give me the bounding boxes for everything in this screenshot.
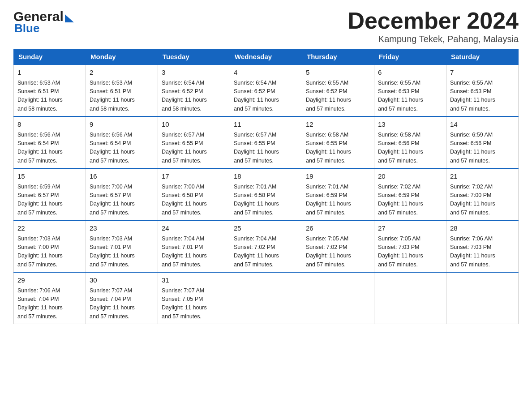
day-info: Sunrise: 6:53 AMSunset: 6:51 PMDaylight:… bbox=[17, 80, 63, 112]
calendar-cell: 10 Sunrise: 6:57 AMSunset: 6:55 PMDaylig… bbox=[158, 116, 230, 168]
logo-arrow-icon bbox=[65, 14, 74, 22]
calendar-header: SundayMondayTuesdayWednesdayThursdayFrid… bbox=[14, 49, 519, 65]
weekday-header-wednesday: Wednesday bbox=[230, 49, 302, 65]
day-number: 13 bbox=[378, 120, 442, 130]
calendar-cell: 13 Sunrise: 6:58 AMSunset: 6:56 PMDaylig… bbox=[374, 116, 446, 168]
calendar-cell: 17 Sunrise: 7:00 AMSunset: 6:58 PMDaylig… bbox=[158, 168, 230, 220]
calendar-cell: 11 Sunrise: 6:57 AMSunset: 6:55 PMDaylig… bbox=[230, 116, 302, 168]
day-number: 14 bbox=[450, 120, 515, 130]
day-number: 3 bbox=[162, 68, 226, 78]
calendar-cell: 27 Sunrise: 7:05 AMSunset: 7:03 PMDaylig… bbox=[374, 220, 446, 272]
location: Kampung Tekek, Pahang, Malaysia bbox=[348, 34, 519, 44]
day-info: Sunrise: 7:00 AMSunset: 6:58 PMDaylight:… bbox=[162, 184, 207, 216]
day-number: 21 bbox=[450, 171, 515, 182]
calendar-cell bbox=[302, 272, 374, 324]
day-info: Sunrise: 6:59 AMSunset: 6:56 PMDaylight:… bbox=[450, 132, 495, 164]
day-number: 10 bbox=[162, 120, 226, 130]
day-info: Sunrise: 7:01 AMSunset: 6:58 PMDaylight:… bbox=[234, 184, 279, 216]
calendar-table: SundayMondayTuesdayWednesdayThursdayFrid… bbox=[13, 49, 519, 324]
calendar-cell: 31 Sunrise: 7:07 AMSunset: 7:05 PMDaylig… bbox=[158, 272, 230, 324]
day-number: 22 bbox=[17, 223, 82, 234]
calendar-cell: 30 Sunrise: 7:07 AMSunset: 7:04 PMDaylig… bbox=[86, 272, 158, 324]
weekday-header-row: SundayMondayTuesdayWednesdayThursdayFrid… bbox=[14, 49, 519, 65]
calendar-cell bbox=[446, 272, 519, 324]
day-number: 27 bbox=[378, 223, 442, 234]
day-info: Sunrise: 6:55 AMSunset: 6:52 PMDaylight:… bbox=[306, 80, 351, 112]
weekday-header-saturday: Saturday bbox=[446, 49, 519, 65]
day-number: 25 bbox=[234, 223, 298, 234]
day-info: Sunrise: 7:00 AMSunset: 6:57 PMDaylight:… bbox=[90, 184, 135, 216]
day-number: 23 bbox=[90, 223, 154, 234]
day-info: Sunrise: 7:07 AMSunset: 7:05 PMDaylight:… bbox=[162, 287, 207, 320]
day-info: Sunrise: 6:53 AMSunset: 6:51 PMDaylight:… bbox=[90, 80, 135, 112]
day-number: 31 bbox=[162, 275, 226, 286]
calendar-cell: 26 Sunrise: 7:05 AMSunset: 7:02 PMDaylig… bbox=[302, 220, 374, 272]
weekday-header-thursday: Thursday bbox=[302, 49, 374, 65]
calendar-cell: 3 Sunrise: 6:54 AMSunset: 6:52 PMDayligh… bbox=[158, 64, 230, 116]
day-number: 20 bbox=[378, 171, 442, 182]
calendar-body: 1 Sunrise: 6:53 AMSunset: 6:51 PMDayligh… bbox=[14, 64, 519, 324]
day-info: Sunrise: 7:03 AMSunset: 7:01 PMDaylight:… bbox=[90, 235, 135, 268]
day-number: 19 bbox=[306, 171, 370, 182]
day-info: Sunrise: 7:04 AMSunset: 7:01 PMDaylight:… bbox=[162, 235, 207, 268]
page-header: General Blue December 2024 Kampung Tekek… bbox=[13, 9, 519, 44]
day-number: 8 bbox=[17, 120, 82, 130]
calendar-cell: 28 Sunrise: 7:06 AMSunset: 7:03 PMDaylig… bbox=[446, 220, 519, 272]
day-info: Sunrise: 7:02 AMSunset: 7:00 PMDaylight:… bbox=[450, 184, 495, 216]
week-row-1: 1 Sunrise: 6:53 AMSunset: 6:51 PMDayligh… bbox=[14, 64, 519, 116]
calendar-cell: 23 Sunrise: 7:03 AMSunset: 7:01 PMDaylig… bbox=[86, 220, 158, 272]
calendar-cell: 18 Sunrise: 7:01 AMSunset: 6:58 PMDaylig… bbox=[230, 168, 302, 220]
day-number: 29 bbox=[17, 275, 82, 286]
day-number: 15 bbox=[17, 171, 82, 182]
calendar-cell: 1 Sunrise: 6:53 AMSunset: 6:51 PMDayligh… bbox=[14, 64, 86, 116]
calendar-cell: 24 Sunrise: 7:04 AMSunset: 7:01 PMDaylig… bbox=[158, 220, 230, 272]
calendar-cell: 5 Sunrise: 6:55 AMSunset: 6:52 PMDayligh… bbox=[302, 64, 374, 116]
day-number: 18 bbox=[234, 171, 298, 182]
day-info: Sunrise: 7:06 AMSunset: 7:03 PMDaylight:… bbox=[450, 235, 495, 268]
calendar-cell: 7 Sunrise: 6:55 AMSunset: 6:53 PMDayligh… bbox=[446, 64, 519, 116]
day-number: 30 bbox=[90, 275, 154, 286]
calendar-cell: 25 Sunrise: 7:04 AMSunset: 7:02 PMDaylig… bbox=[230, 220, 302, 272]
week-row-3: 15 Sunrise: 6:59 AMSunset: 6:57 PMDaylig… bbox=[14, 168, 519, 220]
day-info: Sunrise: 6:57 AMSunset: 6:55 PMDaylight:… bbox=[162, 132, 207, 164]
day-info: Sunrise: 7:05 AMSunset: 7:03 PMDaylight:… bbox=[378, 235, 423, 268]
day-info: Sunrise: 6:59 AMSunset: 6:57 PMDaylight:… bbox=[17, 184, 63, 216]
day-info: Sunrise: 7:01 AMSunset: 6:59 PMDaylight:… bbox=[306, 184, 351, 216]
calendar-cell: 15 Sunrise: 6:59 AMSunset: 6:57 PMDaylig… bbox=[14, 168, 86, 220]
calendar-cell: 9 Sunrise: 6:56 AMSunset: 6:54 PMDayligh… bbox=[86, 116, 158, 168]
logo-blue: Blue bbox=[14, 21, 39, 35]
day-info: Sunrise: 7:06 AMSunset: 7:04 PMDaylight:… bbox=[17, 287, 63, 320]
day-number: 7 bbox=[450, 68, 515, 78]
calendar-cell: 14 Sunrise: 6:59 AMSunset: 6:56 PMDaylig… bbox=[446, 116, 519, 168]
day-number: 28 bbox=[450, 223, 515, 234]
day-info: Sunrise: 6:57 AMSunset: 6:55 PMDaylight:… bbox=[234, 132, 279, 164]
calendar-cell: 22 Sunrise: 7:03 AMSunset: 7:00 PMDaylig… bbox=[14, 220, 86, 272]
calendar-cell: 21 Sunrise: 7:02 AMSunset: 7:00 PMDaylig… bbox=[446, 168, 519, 220]
calendar-cell: 6 Sunrise: 6:55 AMSunset: 6:53 PMDayligh… bbox=[374, 64, 446, 116]
day-info: Sunrise: 6:56 AMSunset: 6:54 PMDaylight:… bbox=[17, 132, 63, 164]
day-number: 6 bbox=[378, 68, 442, 78]
day-info: Sunrise: 6:58 AMSunset: 6:56 PMDaylight:… bbox=[378, 132, 423, 164]
day-info: Sunrise: 6:54 AMSunset: 6:52 PMDaylight:… bbox=[162, 80, 207, 112]
day-info: Sunrise: 7:02 AMSunset: 6:59 PMDaylight:… bbox=[378, 184, 423, 216]
calendar-cell: 20 Sunrise: 7:02 AMSunset: 6:59 PMDaylig… bbox=[374, 168, 446, 220]
day-info: Sunrise: 7:04 AMSunset: 7:02 PMDaylight:… bbox=[234, 235, 279, 268]
day-number: 11 bbox=[234, 120, 298, 130]
day-number: 12 bbox=[306, 120, 370, 130]
day-number: 5 bbox=[306, 68, 370, 78]
day-number: 9 bbox=[90, 120, 154, 130]
day-info: Sunrise: 6:55 AMSunset: 6:53 PMDaylight:… bbox=[378, 80, 423, 112]
day-info: Sunrise: 7:07 AMSunset: 7:04 PMDaylight:… bbox=[90, 287, 135, 320]
logo: General Blue bbox=[13, 9, 74, 35]
month-title: December 2024 bbox=[348, 9, 519, 32]
calendar-cell: 12 Sunrise: 6:58 AMSunset: 6:55 PMDaylig… bbox=[302, 116, 374, 168]
week-row-4: 22 Sunrise: 7:03 AMSunset: 7:00 PMDaylig… bbox=[14, 220, 519, 272]
day-info: Sunrise: 6:55 AMSunset: 6:53 PMDaylight:… bbox=[450, 80, 495, 112]
calendar-cell: 8 Sunrise: 6:56 AMSunset: 6:54 PMDayligh… bbox=[14, 116, 86, 168]
calendar-cell: 16 Sunrise: 7:00 AMSunset: 6:57 PMDaylig… bbox=[86, 168, 158, 220]
calendar-cell: 19 Sunrise: 7:01 AMSunset: 6:59 PMDaylig… bbox=[302, 168, 374, 220]
weekday-header-monday: Monday bbox=[86, 49, 158, 65]
day-info: Sunrise: 7:03 AMSunset: 7:00 PMDaylight:… bbox=[17, 235, 63, 268]
calendar-cell: 2 Sunrise: 6:53 AMSunset: 6:51 PMDayligh… bbox=[86, 64, 158, 116]
week-row-2: 8 Sunrise: 6:56 AMSunset: 6:54 PMDayligh… bbox=[14, 116, 519, 168]
